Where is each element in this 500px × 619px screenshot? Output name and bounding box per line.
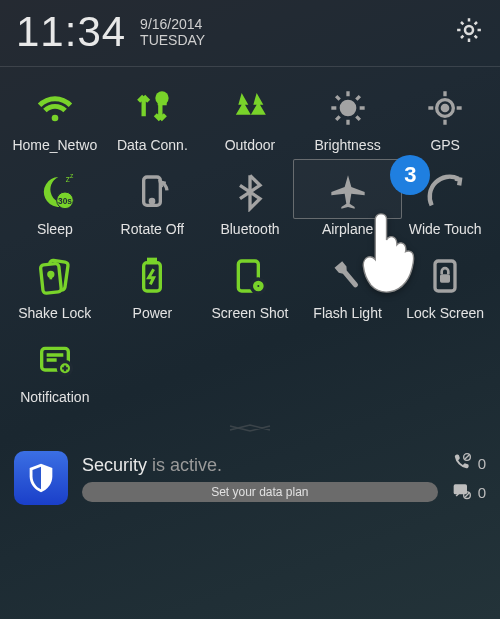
tile-label: Sleep <box>37 221 73 237</box>
sms-blocked-icon <box>452 481 472 504</box>
lock-screen-icon <box>425 255 465 297</box>
tile-outdoor[interactable]: Outdoor <box>201 87 299 153</box>
status-text: is active. <box>152 455 222 475</box>
settings-button[interactable] <box>454 15 484 49</box>
notification-row[interactable]: Security is active. Set your data plan 0… <box>0 441 500 517</box>
brightness-icon <box>328 87 368 129</box>
missed-sms: 0 <box>452 481 486 504</box>
date-text: 9/16/2014 <box>140 16 205 32</box>
svg-point-11 <box>151 200 154 203</box>
bluetooth-icon <box>230 171 270 213</box>
notification-title: Security is active. <box>82 455 438 476</box>
tile-rotate-off[interactable]: Rotate Off <box>104 171 202 237</box>
notification-icon <box>35 339 75 381</box>
tile-notification[interactable]: Notification <box>6 339 104 405</box>
tile-label: Data Conn. <box>117 137 188 153</box>
security-app-icon <box>14 451 68 505</box>
tile-label: Brightness <box>315 137 381 153</box>
status-header: 11:34 9/16/2014 TUESDAY <box>0 0 500 67</box>
tile-power[interactable]: Power <box>104 255 202 321</box>
hand-pointer-icon <box>355 207 425 301</box>
tile-label: Screen Shot <box>211 305 288 321</box>
gps-icon <box>425 87 465 129</box>
tile-sleep[interactable]: 30szz Sleep <box>6 171 104 237</box>
svg-point-19 <box>256 283 261 288</box>
svg-point-5 <box>443 105 448 110</box>
quick-settings-grid: Home_Netwo 1 Data Conn. Outdoor Brightne… <box>0 67 500 419</box>
date-block: 9/16/2014 TUESDAY <box>140 16 205 48</box>
sleep-icon: 30szz <box>35 171 75 213</box>
tile-label: Lock Screen <box>406 305 484 321</box>
gear-icon <box>454 31 484 48</box>
notification-main: Security is active. Set your data plan <box>82 455 438 502</box>
svg-text:z: z <box>70 172 74 179</box>
tile-label: Notification <box>20 389 89 405</box>
tile-label: Shake Lock <box>18 305 91 321</box>
wide-touch-icon <box>425 171 465 213</box>
tile-bluetooth[interactable]: Bluetooth <box>201 171 299 237</box>
phone-blocked-icon <box>452 452 472 475</box>
missed-calls: 0 <box>452 452 486 475</box>
svg-point-14 <box>49 272 53 276</box>
tile-airplane[interactable]: 3 Airplane <box>299 171 397 237</box>
tile-label: Outdoor <box>225 137 276 153</box>
tile-gps[interactable]: GPS <box>396 87 494 153</box>
drawer-handle[interactable] <box>0 423 500 433</box>
tile-label: Bluetooth <box>220 221 279 237</box>
shake-lock-icon <box>35 255 75 297</box>
svg-point-3 <box>341 101 354 114</box>
tile-label: Home_Netwo <box>12 137 97 153</box>
svg-rect-21 <box>440 274 450 282</box>
wifi-icon <box>35 87 75 129</box>
tile-label: Power <box>133 305 173 321</box>
missed-calls-count: 0 <box>478 455 486 472</box>
tile-screenshot[interactable]: Screen Shot <box>201 255 299 321</box>
set-data-plan-button[interactable]: Set your data plan <box>82 482 438 502</box>
tile-data-conn[interactable]: 1 Data Conn. <box>104 87 202 153</box>
svg-text:1: 1 <box>160 94 166 105</box>
tile-wifi[interactable]: Home_Netwo <box>6 87 104 153</box>
day-text: TUESDAY <box>140 32 205 48</box>
svg-rect-16 <box>149 259 156 262</box>
missed-sms-count: 0 <box>478 484 486 501</box>
data-icon: 1 <box>132 87 172 129</box>
outdoor-icon <box>230 87 270 129</box>
tile-shake-lock[interactable]: Shake Lock <box>6 255 104 321</box>
notification-counters: 0 0 <box>452 452 486 504</box>
tile-label: Flash Light <box>313 305 381 321</box>
svg-point-0 <box>465 26 473 34</box>
tile-label: GPS <box>430 137 460 153</box>
tile-brightness[interactable]: Brightness <box>299 87 397 153</box>
screenshot-icon <box>230 255 270 297</box>
clock-time: 11:34 <box>16 8 126 56</box>
power-icon <box>132 255 172 297</box>
svg-text:30s: 30s <box>58 196 72 206</box>
rotate-icon <box>132 171 172 213</box>
tile-label: Rotate Off <box>121 221 185 237</box>
app-name: Security <box>82 455 147 475</box>
